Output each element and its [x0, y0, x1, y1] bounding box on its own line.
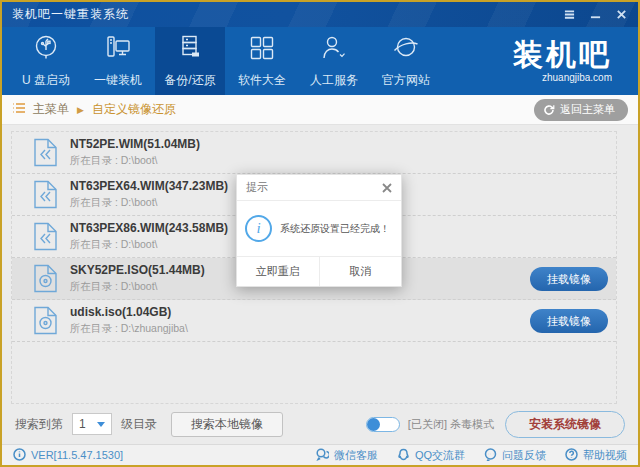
dialog-close-icon[interactable] [382, 183, 392, 193]
link-label: 微信客服 [334, 448, 378, 463]
nav-item-usb-boot[interactable]: U 盘启动 [11, 27, 81, 95]
nav-item-label: 人工服务 [310, 72, 358, 89]
file-wim-icon [33, 222, 58, 251]
file-iso-icon [33, 306, 58, 335]
apps-grid-icon [247, 33, 277, 66]
breadcrumb-arrow-icon: ▶ [77, 105, 84, 115]
install-system-image-button[interactable]: 安装系统镜像 [505, 411, 625, 438]
search-depth-prefix: 搜索到第 [15, 416, 63, 433]
breadcrumb-current: 自定义镜像还原 [92, 101, 176, 118]
list-item[interactable]: udisk.iso(1.04GB) 所在目录 : D:\zhuangjiba\ … [12, 300, 616, 342]
file-path: 所在目录 : D:\boot\ [70, 154, 200, 168]
nav-item-one-key-install[interactable]: 一键装机 [83, 27, 153, 95]
mount-image-button[interactable]: 挂载镜像 [530, 309, 608, 333]
dialog-footer: 立即重启 取消 [237, 256, 401, 286]
file-iso-icon [33, 264, 58, 293]
nav-item-software[interactable]: 软件大全 [227, 27, 297, 95]
version-text: VER[11.5.47.1530] [31, 449, 123, 461]
window-title: 装机吧一键重装系统 [12, 6, 129, 23]
app-window: 装机吧一键重装系统 U 盘启动 一键装机 [0, 0, 640, 467]
nav-item-label: 备份/还原 [164, 72, 215, 89]
file-wim-icon [33, 180, 58, 209]
brand-logo: 装机吧 zhuangjiba.com [513, 27, 612, 95]
link-label: 帮助视频 [583, 448, 627, 463]
antivirus-mode-toggle[interactable] [366, 417, 400, 432]
file-path: 所在目录 : D:\boot\ [70, 196, 228, 210]
list-item[interactable]: NT52PE.WIM(51.04MB) 所在目录 : D:\boot\ [12, 132, 616, 174]
file-name: NT63PEX64.WIM(347.23MB) [70, 180, 228, 193]
file-path: 所在目录 : D:\boot\ [70, 238, 228, 252]
restart-now-button[interactable]: 立即重启 [237, 257, 320, 286]
logo-domain: zhuangjiba.com [542, 72, 612, 83]
nav-item-website[interactable]: 官方网站 [371, 27, 441, 95]
close-button[interactable] [614, 8, 628, 22]
file-name: NT63PEX86.WIM(243.58MB) [70, 222, 228, 235]
wechat-support-link[interactable]: 微信客服 [316, 448, 378, 463]
qq-icon [397, 448, 410, 463]
file-name: NT52PE.WIM(51.04MB) [70, 138, 200, 151]
search-depth-suffix: 级目录 [121, 416, 157, 433]
dialog-header: 提示 [237, 175, 401, 201]
person-icon [319, 33, 349, 66]
return-main-menu-button[interactable]: 返回主菜单 [534, 99, 628, 121]
nav-item-label: 一键装机 [94, 72, 142, 89]
prompt-dialog: 提示 i 系统还原设置已经完成！ 立即重启 取消 [236, 174, 402, 287]
info-circle-icon [13, 448, 26, 463]
version-info: VER[11.5.47.1530] [13, 448, 123, 463]
help-icon [565, 448, 578, 463]
menu-icon[interactable] [562, 8, 576, 22]
help-video-link[interactable]: 帮助视频 [565, 448, 627, 463]
bottom-controls: 搜索到第 1 级目录 搜索本地镜像 [已关闭] 杀毒模式 安装系统镜像 [2, 409, 638, 439]
feedback-link[interactable]: 问题反馈 [484, 448, 546, 463]
main-nav: U 盘启动 一键装机 备份/还原 软件大全 人工服务 [2, 27, 638, 95]
qq-group-link[interactable]: QQ交流群 [397, 448, 465, 463]
depth-value: 1 [79, 417, 86, 431]
dialog-title: 提示 [246, 180, 268, 195]
list-icon [12, 102, 26, 117]
minimize-button[interactable] [588, 8, 602, 22]
file-path: 所在目录 : D:\boot\ [70, 280, 205, 294]
file-name: SKY52PE.ISO(51.44MB) [70, 264, 205, 277]
file-name: udisk.iso(1.04GB) [70, 306, 188, 319]
dialog-body: i 系统还原设置已经完成！ [237, 201, 401, 256]
link-label: 问题反馈 [502, 448, 546, 463]
breadcrumb: 主菜单 ▶ 自定义镜像还原 返回主菜单 [2, 95, 638, 125]
breadcrumb-root[interactable]: 主菜单 [33, 101, 69, 118]
titlebar: 装机吧一键重装系统 [2, 2, 638, 27]
search-local-images-button[interactable]: 搜索本地镜像 [171, 412, 283, 437]
nav-item-label: U 盘启动 [22, 72, 70, 89]
back-button-label: 返回主菜单 [560, 102, 615, 117]
statusbar: VER[11.5.47.1530] 微信客服 QQ交流群 问题反馈 [2, 444, 638, 465]
caret-down-icon [97, 422, 105, 427]
file-path: 所在目录 : D:\zhuangjiba\ [70, 322, 188, 336]
usb-icon [31, 33, 61, 66]
globe-icon [391, 33, 421, 66]
nav-item-label: 软件大全 [238, 72, 286, 89]
link-label: QQ交流群 [415, 448, 465, 463]
dialog-message: 系统还原设置已经完成！ [280, 222, 390, 236]
logo-text: 装机吧 [513, 40, 612, 70]
nav-item-label: 官方网站 [382, 72, 430, 89]
depth-select[interactable]: 1 [72, 413, 112, 435]
wechat-icon [316, 448, 329, 463]
nav-item-backup-restore[interactable]: 备份/还原 [155, 27, 225, 95]
file-wim-icon [33, 138, 58, 167]
toggle-knob [367, 418, 380, 431]
antivirus-mode-label: [已关闭] 杀毒模式 [408, 417, 494, 432]
mount-image-button[interactable]: 挂载镜像 [530, 267, 608, 291]
cancel-button[interactable]: 取消 [320, 257, 402, 286]
backup-restore-icon [175, 33, 205, 66]
nav-item-support[interactable]: 人工服务 [299, 27, 369, 95]
feedback-icon [484, 448, 497, 463]
return-icon [543, 103, 555, 117]
info-icon: i [245, 215, 272, 242]
computer-icon [103, 33, 133, 66]
